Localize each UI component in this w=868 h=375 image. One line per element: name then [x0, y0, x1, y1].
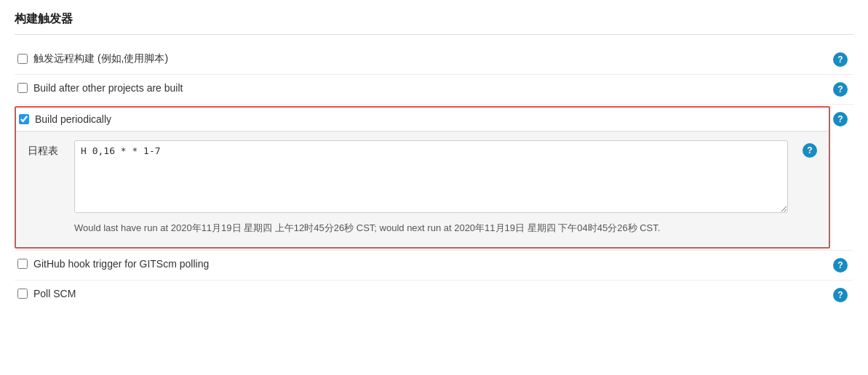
trigger-row-remote: 触发远程构建 (例如,使用脚本) ?	[15, 45, 853, 75]
checkbox-area-build-after: Build after other projects are built	[17, 82, 827, 94]
checkbox-build-after[interactable]	[17, 83, 28, 93]
help-icon-github-hook[interactable]: ?	[833, 258, 848, 273]
trigger-row-github-hook-left: GitHub hook trigger for GITScm polling	[15, 251, 830, 277]
schedule-status-text: Would last have run at 2020年11月19日 星期四 上…	[74, 222, 660, 233]
help-icon-build-periodically[interactable]: ?	[833, 112, 848, 126]
build-periodically-container: Build periodically 日程表 Would last have r…	[15, 105, 830, 250]
trigger-row-github-hook-right: ?	[830, 251, 853, 280]
checkbox-poll-scm[interactable]	[17, 289, 28, 299]
trigger-row-poll-scm-left: Poll SCM	[15, 281, 830, 307]
build-periodically-header: Build periodically	[16, 108, 829, 131]
help-icon-remote[interactable]: ?	[833, 52, 848, 67]
checkbox-area-github-hook: GitHub hook trigger for GITScm polling	[17, 258, 827, 270]
help-icon-schedule[interactable]: ?	[803, 143, 817, 158]
trigger-row-poll-scm: Poll SCM ?	[15, 281, 853, 310]
checkbox-remote-build[interactable]	[17, 54, 28, 64]
schedule-textarea[interactable]	[74, 140, 788, 213]
checkbox-build-periodically[interactable]	[19, 114, 29, 124]
help-icon-poll-scm[interactable]: ?	[833, 288, 848, 302]
schedule-input-area: Would last have run at 2020年11月19日 星期四 上…	[74, 140, 788, 235]
main-container: 构建触发器 触发远程构建 (例如,使用脚本) ? Build after oth…	[0, 0, 868, 375]
trigger-row-build-periodically-wrapper: Build periodically 日程表 Would last have r…	[15, 105, 853, 251]
trigger-row-build-after-left: Build after other projects are built	[15, 75, 830, 101]
trigger-row-remote-right: ?	[830, 45, 853, 74]
trigger-row-remote-left: 触发远程构建 (例如,使用脚本)	[15, 45, 830, 73]
schedule-label: 日程表	[28, 140, 63, 158]
section-title: 构建触发器	[15, 12, 853, 35]
build-periodically-box: Build periodically 日程表 Would last have r…	[15, 106, 830, 249]
label-remote-build[interactable]: 触发远程构建 (例如,使用脚本)	[33, 52, 168, 65]
trigger-row-build-after: Build after other projects are built ?	[15, 75, 853, 105]
label-poll-scm[interactable]: Poll SCM	[33, 288, 76, 299]
label-build-after[interactable]: Build after other projects are built	[33, 82, 183, 94]
trigger-row-github-hook: GitHub hook trigger for GITScm polling ?	[15, 251, 853, 281]
schedule-status: Would last have run at 2020年11月19日 星期四 上…	[74, 221, 788, 235]
trigger-row-build-after-right: ?	[830, 75, 853, 104]
checkbox-area-remote: 触发远程构建 (例如,使用脚本)	[17, 52, 827, 65]
label-build-periodically[interactable]: Build periodically	[35, 113, 111, 125]
build-periodically-expanded: 日程表 Would last have run at 2020年11月19日 星…	[16, 131, 829, 247]
build-periodically-help-wrapper: ?	[830, 105, 853, 134]
trigger-row-poll-scm-right: ?	[830, 281, 853, 310]
label-github-hook[interactable]: GitHub hook trigger for GITScm polling	[33, 258, 209, 270]
schedule-row: 日程表 Would last have run at 2020年11月19日 星…	[28, 140, 817, 235]
checkbox-github-hook[interactable]	[17, 259, 28, 269]
checkbox-area-poll-scm: Poll SCM	[17, 288, 827, 299]
help-icon-build-after[interactable]: ?	[833, 82, 848, 97]
